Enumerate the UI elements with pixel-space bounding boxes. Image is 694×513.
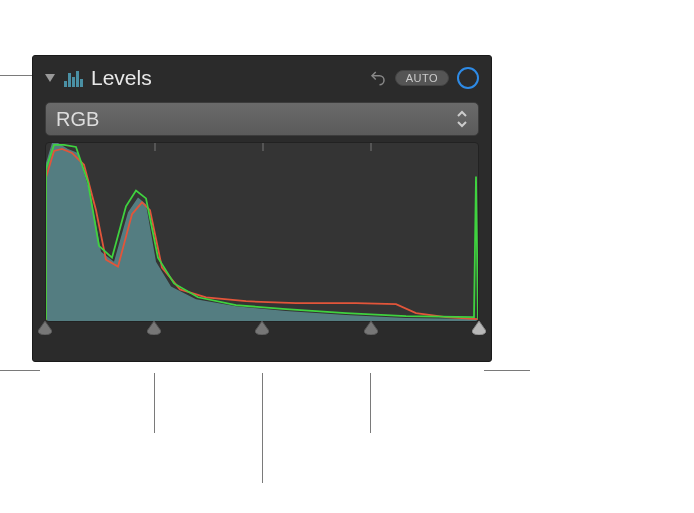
disclosure-triangle-icon[interactable] (45, 74, 55, 82)
panel-title: Levels (91, 66, 361, 90)
black-point-slider[interactable] (38, 321, 52, 335)
levels-panel: Levels AUTO RGB (32, 55, 492, 362)
callout-line (484, 370, 530, 371)
callout-line (0, 370, 40, 371)
chevron-up-down-icon (456, 109, 468, 129)
callout-line (0, 75, 32, 76)
callout-line (370, 373, 371, 433)
levels-slider-track (45, 321, 479, 339)
histogram-blue-channel (46, 143, 478, 321)
callout-line (262, 373, 263, 483)
callout-line (154, 373, 155, 433)
panel-header: Levels AUTO (45, 66, 479, 90)
highlights-slider[interactable] (364, 321, 378, 335)
midtones-slider[interactable] (255, 321, 269, 335)
channel-dropdown[interactable]: RGB (45, 102, 479, 136)
enable-toggle[interactable] (457, 67, 479, 89)
histogram (45, 142, 479, 322)
levels-icon (63, 69, 83, 87)
white-point-slider[interactable] (472, 321, 486, 335)
channel-dropdown-label: RGB (56, 108, 456, 131)
undo-icon[interactable] (369, 69, 387, 87)
shadows-slider[interactable] (147, 321, 161, 335)
auto-button[interactable]: AUTO (395, 70, 449, 86)
